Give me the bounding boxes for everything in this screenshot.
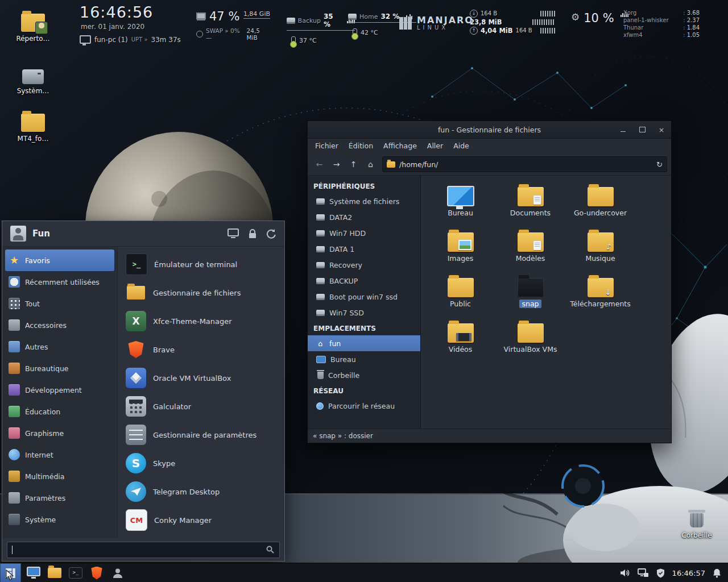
menu-edition[interactable]: Édition: [344, 139, 378, 153]
network-icon[interactable]: [638, 568, 649, 578]
desktop-icon: [316, 356, 326, 363]
conky-date: mer. 01 janv. 2020: [81, 23, 144, 31]
whisker-menu: Fun ★Favoris Récemment utilisées Tout Ac…: [2, 221, 285, 562]
file-go-undercover[interactable]: Go-undercover: [565, 182, 635, 228]
conky-backup-percent: 35 %: [324, 13, 342, 28]
star-icon: ★: [9, 255, 20, 266]
category-parametres[interactable]: Paramètres: [5, 487, 114, 509]
category-internet[interactable]: Internet: [5, 444, 114, 465]
category-favoris[interactable]: ★Favoris: [5, 250, 114, 271]
shield-icon[interactable]: [656, 568, 665, 578]
network-browse[interactable]: Parcourir le réseau: [308, 398, 420, 414]
search-input[interactable]: [7, 542, 280, 558]
up-button[interactable]: ↑: [346, 157, 361, 172]
place-corbeille[interactable]: Corbeille: [308, 367, 420, 383]
minimize-button[interactable]: [613, 121, 632, 138]
category-recemment-utilisees[interactable]: Récemment utilisées: [5, 271, 114, 293]
desktop-icon-system-drive[interactable]: Systèm…: [9, 69, 57, 95]
development-icon: [9, 384, 20, 396]
home-folder-icon: [21, 14, 45, 32]
search-icon: [266, 546, 274, 554]
place-fun[interactable]: ⌂fun: [308, 335, 420, 351]
app-galculator[interactable]: Galculator: [122, 392, 280, 421]
folder-icon: [48, 568, 61, 578]
category-bureautique[interactable]: Bureautique: [5, 357, 114, 379]
lock-screen-icon[interactable]: [248, 228, 257, 239]
app-brave[interactable]: Brave: [122, 335, 280, 364]
accessories-icon: [9, 319, 20, 331]
conky-net-up-rate: 164 B: [516, 27, 532, 34]
taskbar-clock[interactable]: 16:46:57: [672, 569, 705, 577]
volume-icon[interactable]: [620, 568, 630, 577]
file-public[interactable]: Public: [425, 273, 495, 319]
titlebar[interactable]: fun - Gestionnaire de fichiers ×: [308, 121, 671, 139]
user-launcher[interactable]: [109, 564, 126, 581]
maximize-button[interactable]: [632, 121, 652, 138]
download-arrow-icon: ↓: [605, 289, 611, 296]
file-bureau[interactable]: Bureau: [425, 182, 495, 228]
device-data1[interactable]: DATA 1: [308, 241, 420, 257]
device-win7-ssd[interactable]: Win7 SSD: [308, 305, 420, 321]
desktop-icon-label: Réperto…: [16, 35, 49, 43]
category-accessoires[interactable]: Accessoires: [5, 314, 114, 336]
file-virtualbox-vms[interactable]: VirtualBox VMs: [495, 319, 565, 364]
document-page-icon: [533, 196, 541, 205]
desktop-icon-trash[interactable]: Corbeille: [672, 508, 721, 539]
category-autres[interactable]: Autres: [5, 336, 114, 357]
category-tout[interactable]: Tout: [5, 293, 114, 314]
category-multimedia[interactable]: Multimédia: [5, 465, 114, 487]
menu-fichier[interactable]: Fichier: [310, 139, 344, 153]
file-musique[interactable]: ♪ Musique: [565, 228, 635, 273]
file-telechargements[interactable]: ↓ Téléchargements: [565, 273, 635, 319]
brave-launcher[interactable]: [88, 564, 105, 581]
logout-icon[interactable]: [266, 228, 276, 239]
app-file-manager[interactable]: Gestionnaire de fichiers: [122, 278, 280, 307]
telegram-icon: [126, 481, 146, 502]
app-terminal[interactable]: >_Émulateur de terminal: [122, 250, 280, 278]
device-boot-win7-ssd[interactable]: Boot pour win7 ssd: [308, 289, 420, 305]
desktop-icon-home-folder[interactable]: Réperto…: [9, 14, 57, 43]
thermometer-icon: [353, 28, 357, 37]
app-telegram[interactable]: Telegram Desktop: [122, 477, 280, 506]
device-recovery[interactable]: Recovery: [308, 257, 420, 273]
app-xfce-theme-manager[interactable]: XXfce-Theme-Manager: [122, 307, 280, 335]
folder-icon: [518, 323, 544, 343]
category-education[interactable]: Éducation: [5, 401, 114, 422]
show-desktop-launcher[interactable]: [25, 564, 42, 581]
file-videos[interactable]: Vidéos: [425, 319, 495, 364]
app-settings-manager[interactable]: Gestionnaire de paramètres: [122, 421, 280, 449]
device-data2[interactable]: DATA2: [308, 209, 420, 225]
folder-documents-icon: [518, 187, 544, 206]
drive-icon: [316, 246, 325, 252]
device-filesystem[interactable]: Système de fichiers: [308, 193, 420, 209]
file-manager-launcher[interactable]: [46, 564, 63, 581]
close-button[interactable]: ×: [652, 121, 671, 138]
device-win7-hdd[interactable]: Win7 HDD: [308, 225, 420, 241]
back-button[interactable]: ←: [312, 157, 327, 172]
device-backup[interactable]: BACKUP: [308, 273, 420, 289]
file-snap[interactable]: snap: [495, 273, 565, 319]
file-documents[interactable]: Documents: [495, 182, 565, 228]
menu-affichage[interactable]: Affichage: [378, 139, 422, 153]
category-systeme[interactable]: Système: [5, 509, 114, 530]
path-bar[interactable]: /home/fun/ ↻: [382, 156, 667, 172]
file-images[interactable]: Images: [425, 228, 495, 273]
category-developpement[interactable]: Développement: [5, 379, 114, 401]
menu-aller[interactable]: Aller: [422, 139, 448, 153]
app-virtualbox[interactable]: Oracle VM VirtualBox: [122, 364, 280, 392]
session-settings-icon[interactable]: [228, 228, 239, 239]
app-conky-manager[interactable]: CMConky Manager: [122, 506, 280, 534]
desktop-icon-mt4-folder[interactable]: MT4_fo…: [9, 114, 57, 143]
reload-button[interactable]: ↻: [656, 160, 663, 169]
drive-icon: [316, 278, 325, 284]
place-bureau[interactable]: Bureau: [308, 351, 420, 367]
app-skype[interactable]: SSkype: [122, 449, 280, 477]
terminal-launcher[interactable]: >_: [67, 564, 84, 581]
home-button[interactable]: ⌂: [363, 157, 378, 172]
notifications-icon[interactable]: [713, 568, 721, 578]
forward-button[interactable]: →: [329, 157, 344, 172]
menu-aide[interactable]: Aide: [448, 139, 474, 153]
file-modeles[interactable]: Modèles: [495, 228, 565, 273]
applications-menu-button[interactable]: [0, 563, 21, 582]
category-graphisme[interactable]: Graphisme: [5, 422, 114, 444]
